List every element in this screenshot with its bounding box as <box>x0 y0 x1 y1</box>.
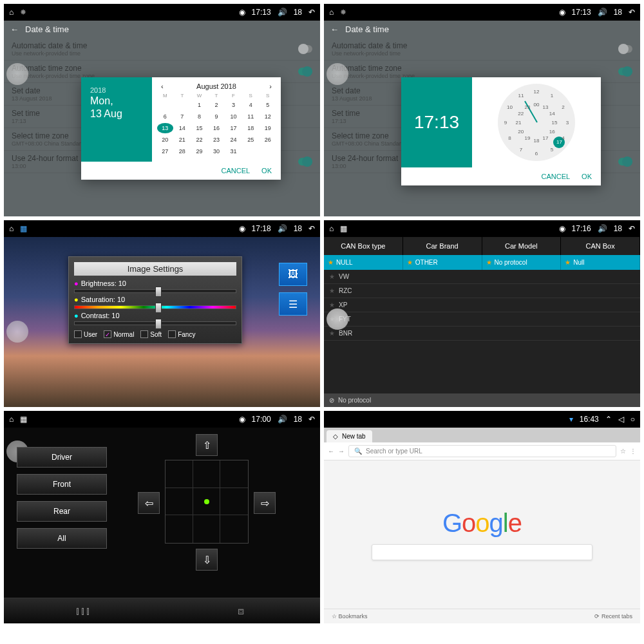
calendar-day[interactable]: 4 <box>243 100 259 110</box>
calendar-day[interactable]: 21 <box>175 135 191 145</box>
calendar-day[interactable]: 5 <box>260 100 276 110</box>
back-icon[interactable]: ↶ <box>308 415 315 424</box>
arrow-right-button[interactable]: ⇨ <box>254 492 276 514</box>
search-box[interactable] <box>372 544 593 560</box>
calendar-day[interactable]: 19 <box>260 123 276 133</box>
calendar-day[interactable]: 17 <box>225 123 242 133</box>
mode-fancy[interactable]: Fancy <box>168 330 195 338</box>
column-header[interactable]: Car Brand <box>403 237 482 255</box>
home-icon[interactable]: ⌂ <box>9 415 14 424</box>
star-icon[interactable]: ☆ <box>620 448 626 455</box>
home-icon[interactable]: ⌂ <box>329 8 334 17</box>
back-icon[interactable]: ↶ <box>629 8 635 17</box>
calendar-day[interactable]: 20 <box>157 135 173 145</box>
prev-month-icon[interactable]: ‹ <box>161 82 164 90</box>
calendar-day[interactable]: 11 <box>243 111 259 122</box>
slider-saturation[interactable]: ● Saturation: 10 <box>74 296 236 309</box>
toggle-switch[interactable] <box>298 158 312 166</box>
ok-button[interactable]: OK <box>261 167 272 175</box>
slider-contrast[interactable]: ● Contrast: 10 <box>74 312 236 325</box>
preset-front[interactable]: Front <box>17 474 107 495</box>
recent-link[interactable]: ⟳ Recent tabs <box>594 613 632 620</box>
calendar-day[interactable]: 18 <box>243 123 259 133</box>
column-header[interactable]: Car Model <box>482 237 562 255</box>
calendar-day[interactable]: 26 <box>260 135 276 145</box>
settings-row[interactable]: Automatic date & timeUse network-provide… <box>324 38 640 61</box>
calendar-day[interactable]: 29 <box>191 146 207 156</box>
url-bar[interactable]: 🔍Search or type URL <box>348 445 616 457</box>
assistive-touch[interactable] <box>6 321 28 343</box>
list-item[interactable]: ★VW <box>324 270 640 284</box>
ok-button[interactable]: OK <box>582 173 592 180</box>
selected-cell[interactable]: ★NULL <box>324 255 403 270</box>
calendar-day[interactable]: 2 <box>209 100 225 110</box>
calendar-day[interactable]: 28 <box>175 146 191 156</box>
calendar-day[interactable]: 25 <box>243 135 259 145</box>
calendar-day[interactable]: 31 <box>225 146 242 156</box>
arrow-left-button[interactable]: ⇦ <box>138 492 160 514</box>
selected-cell[interactable]: ★No protocol <box>482 255 562 270</box>
home-icon[interactable]: ⌂ <box>9 224 14 233</box>
assistive-touch[interactable] <box>6 63 28 85</box>
home-icon[interactable]: ⌂ <box>329 224 334 233</box>
toggle-switch[interactable] <box>618 68 632 75</box>
calendar-day[interactable]: 30 <box>209 146 225 156</box>
app-icon[interactable]: ▦ <box>20 415 27 424</box>
eq-tab[interactable]: ⫿⫿⫿ <box>4 598 162 623</box>
assistive-touch[interactable] <box>327 63 348 85</box>
nav-icon[interactable]: ◁ <box>618 415 624 424</box>
back-icon[interactable]: ↶ <box>308 224 315 233</box>
calendar-day[interactable]: 22 <box>191 135 207 145</box>
next-month-icon[interactable]: › <box>269 82 272 90</box>
bookmarks-link[interactable]: ☆ Bookmarks <box>332 613 368 620</box>
mode-user[interactable]: User <box>74 330 97 338</box>
list-item[interactable]: ★XP <box>324 298 640 312</box>
back-header[interactable]: ←Date & time <box>4 21 320 38</box>
mode-normal[interactable]: ✓Normal <box>104 330 134 338</box>
settings-row[interactable]: Automatic date & timeUse network-provide… <box>4 38 320 61</box>
gear-icon[interactable]: ✸ <box>20 8 26 17</box>
cancel-button[interactable]: CANCEL <box>541 173 570 180</box>
calendar-day[interactable]: 6 <box>157 111 173 122</box>
calendar-day[interactable]: 23 <box>209 135 225 145</box>
list-item[interactable]: ★RZC <box>324 284 640 298</box>
calendar-day[interactable]: 27 <box>157 146 173 156</box>
slider-brightness[interactable]: ● Brightness: 10 <box>74 279 236 293</box>
home-icon[interactable]: ○ <box>630 415 635 424</box>
column-header[interactable]: CAN Box <box>561 237 640 255</box>
toggle-switch[interactable] <box>618 158 632 166</box>
app-icon[interactable]: ▦ <box>340 224 347 233</box>
back-icon[interactable]: ↶ <box>308 8 315 17</box>
balance-tab[interactable]: ⧈ <box>162 598 321 623</box>
gear-icon[interactable]: ✸ <box>340 8 346 17</box>
nav-back-icon[interactable]: ← <box>328 448 334 455</box>
preset-rear[interactable]: Rear <box>17 501 107 522</box>
toggle-switch[interactable] <box>298 68 312 75</box>
browser-tab[interactable]: ◇New tab <box>327 430 372 442</box>
calendar-day[interactable]: 10 <box>225 111 242 122</box>
calendar-day[interactable]: 16 <box>209 123 225 133</box>
app-icon[interactable]: ▦ <box>20 224 27 233</box>
balance-grid[interactable] <box>165 460 249 544</box>
selected-cell[interactable]: ★Null <box>561 255 640 270</box>
calendar-day[interactable]: 7 <box>175 111 191 122</box>
toggle-switch[interactable] <box>298 45 312 53</box>
calendar-day[interactable]: 9 <box>209 111 225 122</box>
clock-face[interactable]: 17 1212345678910110013141516171819202122… <box>498 84 575 161</box>
menu-icon[interactable]: ⋮ <box>630 448 636 455</box>
preset-driver[interactable]: Driver <box>17 447 107 468</box>
toggle-switch[interactable] <box>618 45 632 53</box>
calendar-day[interactable]: 24 <box>225 135 242 145</box>
calendar-day[interactable]: 8 <box>191 111 207 122</box>
image-mode-button[interactable]: 🖼 <box>279 263 307 286</box>
cancel-button[interactable]: CANCEL <box>221 167 250 175</box>
calendar-day[interactable]: 3 <box>225 100 242 110</box>
arrow-down-button[interactable]: ⇩ <box>196 549 218 571</box>
column-header[interactable]: CAN Box type <box>324 237 403 255</box>
arrow-up-button[interactable]: ⇧ <box>196 434 218 456</box>
back-icon[interactable]: ↶ <box>629 224 635 233</box>
home-icon[interactable]: ⌂ <box>9 8 14 17</box>
mode-soft[interactable]: Soft <box>140 330 162 338</box>
equalizer-button[interactable]: ☰ <box>279 292 307 316</box>
calendar-day[interactable]: 14 <box>175 123 191 133</box>
